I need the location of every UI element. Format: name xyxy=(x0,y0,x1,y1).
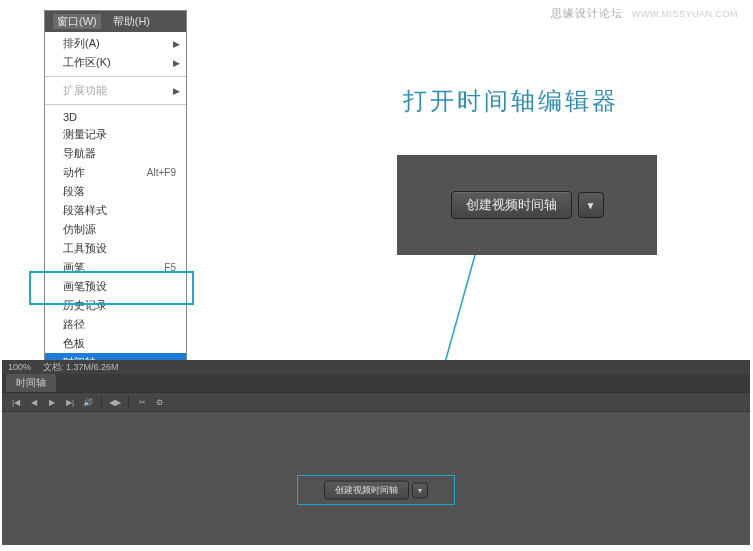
menu-item-paragraph-styles[interactable]: 段落样式 xyxy=(45,201,186,220)
menu-item-3d[interactable]: 3D xyxy=(45,109,186,125)
instruction-text: 打开时间轴编辑器 xyxy=(403,85,619,117)
timeline-body: 创建视频时间轴 ▼ xyxy=(2,412,750,542)
loop-button[interactable]: ◀▶ xyxy=(107,395,123,409)
control-separator xyxy=(128,396,129,408)
panel-tab-bar: 时间轴 xyxy=(2,374,750,392)
status-bar: 100% 文档: 1.37M/6.26M xyxy=(2,360,750,374)
menu-item-clone-source[interactable]: 仿制源 xyxy=(45,220,186,239)
menu-item-history[interactable]: 历史记录 xyxy=(45,296,186,315)
menubar-help[interactable]: 帮助(H) xyxy=(113,14,150,29)
menubar-window[interactable]: 窗口(W) xyxy=(53,14,101,29)
create-timeline-dropdown[interactable]: ▼ xyxy=(578,192,604,218)
menu-item-tool-presets[interactable]: 工具预设 xyxy=(45,239,186,258)
menu-item-arrange[interactable]: 排列(A)▶ xyxy=(45,34,186,53)
menu-item-extensions: 扩展功能▶ xyxy=(45,81,186,100)
prev-frame-button[interactable]: ◀ xyxy=(26,395,42,409)
audio-button[interactable]: 🔊 xyxy=(80,395,96,409)
menu-item-brushes[interactable]: 画笔F5 xyxy=(45,258,186,277)
menu-item-actions[interactable]: 动作Alt+F9 xyxy=(45,163,186,182)
control-separator xyxy=(101,396,102,408)
menu-item-swatches[interactable]: 色板 xyxy=(45,334,186,353)
split-button[interactable]: ✂ xyxy=(134,395,150,409)
menu-item-brush-presets[interactable]: 画笔预设 xyxy=(45,277,186,296)
create-video-timeline-button-small[interactable]: 创建视频时间轴 xyxy=(324,481,409,500)
create-timeline-dropdown-small[interactable]: ▼ xyxy=(412,482,428,498)
watermark-url: WWW.MISSYUAN.COM xyxy=(632,9,738,19)
watermark: 思缘设计论坛 WWW.MISSYUAN.COM xyxy=(551,6,738,21)
chevron-down-icon: ▼ xyxy=(417,487,424,494)
go-to-first-frame-button[interactable]: |◀ xyxy=(8,395,24,409)
create-video-timeline-button[interactable]: 创建视频时间轴 xyxy=(451,191,572,219)
submenu-arrow-icon: ▶ xyxy=(173,86,180,96)
menu-item-measurement[interactable]: 测量记录 xyxy=(45,125,186,144)
submenu-arrow-icon: ▶ xyxy=(173,58,180,68)
zoom-level[interactable]: 100% xyxy=(8,362,31,372)
timeline-controls: |◀ ◀ ▶ ▶| 🔊 ◀▶ ✂ ⯐ xyxy=(2,392,750,412)
shortcut: F5 xyxy=(164,262,176,273)
next-frame-button[interactable]: ▶| xyxy=(62,395,78,409)
menu-separator xyxy=(45,76,186,77)
menu-separator xyxy=(45,104,186,105)
window-menu-dropdown: 窗口(W) 帮助(H) 排列(A)▶ 工作区(K)▶ 扩展功能▶ 3D 测量记录… xyxy=(44,10,187,413)
menubar[interactable]: 窗口(W) 帮助(H) xyxy=(45,11,186,32)
tab-timeline[interactable]: 时间轴 xyxy=(6,374,56,392)
play-button[interactable]: ▶ xyxy=(44,395,60,409)
shortcut: Alt+F9 xyxy=(147,167,176,178)
menu-item-paragraph[interactable]: 段落 xyxy=(45,182,186,201)
transition-button[interactable]: ⯐ xyxy=(152,395,168,409)
submenu-arrow-icon: ▶ xyxy=(173,39,180,49)
menu-item-navigator[interactable]: 导航器 xyxy=(45,144,186,163)
watermark-brand: 思缘设计论坛 xyxy=(551,7,623,19)
zoom-panel: 创建视频时间轴 ▼ xyxy=(397,155,657,255)
timeline-panel: 100% 文档: 1.37M/6.26M 时间轴 |◀ ◀ ▶ ▶| 🔊 ◀▶ … xyxy=(2,360,750,545)
menu-item-workspace[interactable]: 工作区(K)▶ xyxy=(45,53,186,72)
menu-item-paths[interactable]: 路径 xyxy=(45,315,186,334)
document-info: 文档: 1.37M/6.26M xyxy=(43,361,119,374)
chevron-down-icon: ▼ xyxy=(586,200,596,211)
